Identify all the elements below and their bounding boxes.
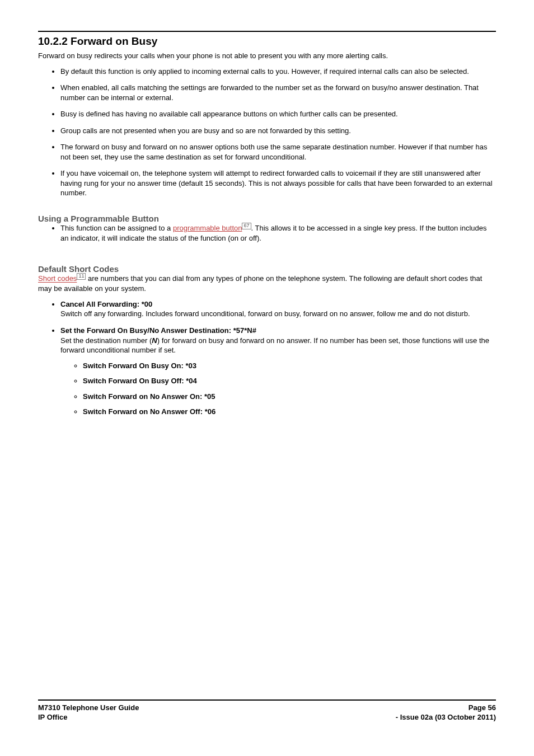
code-body: Switch off any forwarding. Includes forw… xyxy=(60,309,470,318)
footer-left: M7310 Telephone User Guide xyxy=(38,703,139,713)
list-item: Switch Forward On Busy Off: *04 xyxy=(83,376,496,386)
list-item: Switch Forward On Busy On: *03 xyxy=(83,361,496,371)
code-heading: Switch Forward On Busy Off: *04 xyxy=(83,377,197,385)
list-item: Cancel All Forwarding: *00 Switch off an… xyxy=(60,299,496,319)
page-number: Page 56 xyxy=(469,703,496,712)
main-bullet-list: By default this function is only applied… xyxy=(38,67,496,198)
product-name: IP Office xyxy=(38,713,68,721)
footer-left: IP Office xyxy=(38,712,68,722)
page-ref-icon: 11 xyxy=(77,273,86,280)
list-item: The forward on busy and forward on no an… xyxy=(60,142,496,162)
intro-paragraph: Forward on busy redirects your calls whe… xyxy=(38,51,496,61)
text: Set the destination number ( xyxy=(60,336,152,345)
footer-right: Page 56 xyxy=(469,703,496,713)
text: are numbers that you can dial from any t… xyxy=(38,275,482,293)
nested-codes-list: Switch Forward On Busy On: *03 Switch Fo… xyxy=(60,361,496,417)
code-heading: Switch Forward on No Answer Off: *06 xyxy=(83,407,216,416)
code-heading: Set the Forward On Busy/No Answer Destin… xyxy=(60,326,256,335)
subheading-shortcodes: Default Short Codes xyxy=(38,264,496,274)
list-item: Group calls are not presented when you a… xyxy=(60,126,496,136)
footer-divider xyxy=(38,699,496,701)
list-item: If you have voicemail on, the telephone … xyxy=(60,168,496,198)
list-item: Busy is defined has having no available … xyxy=(60,109,496,119)
list-item: Switch Forward on No Answer On: *05 xyxy=(83,392,496,402)
text: This function can be assigned to a xyxy=(60,224,173,232)
code-heading: Cancel All Forwarding: *00 xyxy=(60,300,152,308)
list-item: When enabled, all calls matching the set… xyxy=(60,83,496,102)
page-ref-icon: 67 xyxy=(242,223,251,229)
shortcodes-intro: Short codes11 are numbers that you can d… xyxy=(38,274,496,293)
programmable-list: This function can be assigned to a progr… xyxy=(38,223,496,243)
list-item: This function can be assigned to a progr… xyxy=(60,223,496,243)
shortcodes-list: Cancel All Forwarding: *00 Switch off an… xyxy=(38,299,496,417)
code-heading: Switch Forward On Busy On: *03 xyxy=(83,361,196,370)
page-content: 10.2.2 Forward on Busy Forward on busy r… xyxy=(0,0,534,417)
doc-title: M7310 Telephone User Guide xyxy=(38,703,139,712)
programmable-button-link[interactable]: programmable button xyxy=(173,224,242,232)
list-item: Switch Forward on No Answer Off: *06 xyxy=(83,407,496,417)
page-footer: M7310 Telephone User Guide Page 56 IP Of… xyxy=(38,699,496,722)
top-divider xyxy=(38,31,496,32)
issue-date: - Issue 02a (03 October 2011) xyxy=(396,713,496,721)
short-codes-link[interactable]: Short codes xyxy=(38,275,77,283)
footer-right: - Issue 02a (03 October 2011) xyxy=(396,712,496,722)
subheading-programmable: Using a Programmable Button xyxy=(38,214,496,223)
list-item: By default this function is only applied… xyxy=(60,67,496,77)
variable-n: N xyxy=(152,336,157,345)
code-heading: Switch Forward on No Answer On: *05 xyxy=(83,392,215,401)
list-item: Set the Forward On Busy/No Answer Destin… xyxy=(60,326,496,417)
section-title: 10.2.2 Forward on Busy xyxy=(38,35,496,48)
